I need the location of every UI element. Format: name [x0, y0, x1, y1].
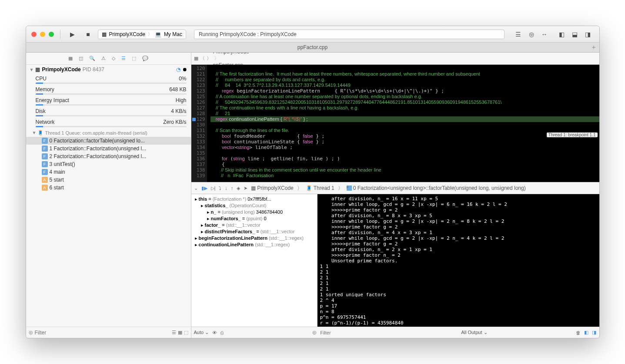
output-selector[interactable]: All Output ⌄ — [461, 330, 487, 335]
stack-frame[interactable]: F0 Factorization::factorTable(unsigned l… — [26, 137, 191, 145]
stack-frame[interactable]: F1 Factorization::Factorization(unsigned… — [26, 145, 191, 152]
step-over-button[interactable]: ⤵ — [219, 185, 221, 191]
metric-energy-impact[interactable]: Energy ImpactHigh — [26, 96, 191, 107]
issue-nav-icon[interactable]: ⚠ — [101, 56, 106, 61]
continue-button[interactable]: ▷| — [211, 185, 216, 191]
window-controls — [31, 32, 54, 37]
debug-navigator: ▦ ◫ 🔍 ⚠ ◇ ☰ ⬚ 💬 ▼▦ PrimpolyXCode PID 843… — [26, 53, 191, 338]
filter-opt3-icon[interactable]: ⬚ — [184, 330, 188, 335]
zoom-window-button[interactable] — [49, 32, 54, 37]
cpu-gauge-icon: ◔ — [176, 66, 180, 73]
metric-disk[interactable]: Disk4 KB/s — [26, 107, 191, 118]
step-out-button[interactable]: ↑ — [231, 185, 234, 191]
source-nav-icon[interactable]: ◫ — [79, 56, 83, 61]
var-row[interactable]: ▸ continuationLinePattern (std::__1::reg… — [191, 242, 317, 248]
back-button[interactable]: 〈 — [200, 55, 205, 62]
bottom-bar: Auto ⌄ 👁 ⎙ ◎ All Output ⌄ 🗑 ◧ ◨ — [191, 327, 599, 338]
thread-header[interactable]: ▼🧵 Thread 1 Queue: com.apple.main-thread… — [26, 129, 191, 137]
console-filter-input[interactable] — [320, 330, 372, 335]
titlebar: ▶ ■ ▦PrimpolyXCode〉💻My Mac Running Primp… — [26, 26, 599, 43]
auto-selector[interactable]: Auto ⌄ — [194, 330, 209, 335]
quicklook-icon[interactable]: 👁 — [212, 330, 217, 335]
show-vars-icon[interactable]: ◧ — [584, 330, 588, 335]
view-debug-button[interactable]: ◈ — [237, 185, 240, 191]
gutter[interactable]: 1201211221231231251261271281291301311321… — [191, 65, 207, 182]
filter-opt2-icon[interactable]: ▦ — [178, 330, 182, 335]
show-console-icon[interactable]: ◨ — [592, 330, 596, 335]
clear-console-icon[interactable]: 🗑 — [576, 330, 581, 335]
minimize-window-button[interactable] — [40, 32, 45, 37]
related-files-icon[interactable]: ▦ — [194, 56, 198, 61]
filter-scope-icon[interactable]: ◎ — [29, 330, 33, 335]
toggle-right-panel-icon[interactable]: ◨ — [582, 29, 594, 40]
filter-console-icon[interactable]: ◎ — [312, 330, 317, 335]
var-row[interactable]: ▸ n_ = (unsigned long) 3486784400 — [191, 209, 317, 215]
debug-bar: ⌄ ▮▶ ▷| ⤵ ↓ ↑ ◈ ➤ ▦PrimpolyXCode 〉 🧵Thre… — [191, 182, 599, 194]
forward-button[interactable]: 〉 — [207, 55, 211, 62]
var-row[interactable]: ▸ statistics_ (OperationCount) — [191, 202, 317, 209]
jump-bar[interactable]: ▦ 〈 〉 PrimpolyXCode〉PrimpolyXCode〉ppFact… — [191, 53, 599, 65]
tab-file[interactable]: ppFactor.cpp — [297, 44, 328, 50]
toggle-bottom-panel-icon[interactable]: ⬓ — [569, 29, 581, 40]
tab-bar: ppFactor.cpp ＋ — [26, 43, 599, 53]
print-icon[interactable]: ⎙ — [221, 330, 224, 335]
var-row[interactable]: ▸ distinctPrimeFactors_ = (std::__1::vec… — [191, 228, 317, 235]
metric-cpu[interactable]: CPU0% — [26, 74, 191, 85]
stack-frame[interactable]: A6 start — [26, 184, 191, 192]
metric-memory[interactable]: Memory648 KB — [26, 85, 191, 96]
stop-button[interactable]: ■ — [82, 29, 94, 40]
editor-version-icon[interactable]: ↔ — [538, 29, 551, 40]
filter-input[interactable] — [35, 330, 170, 336]
process-row[interactable]: ▼▦ PrimpolyXCode PID 8437 ◔ ⏺ — [26, 65, 191, 74]
xcode-window: ▶ ■ ▦PrimpolyXCode〉💻My Mac Running Primp… — [26, 26, 600, 338]
test-nav-icon[interactable]: ◇ — [112, 56, 115, 61]
close-window-button[interactable] — [31, 32, 37, 37]
find-nav-icon[interactable]: 🔍 — [89, 56, 95, 61]
breakpoints-button[interactable]: ▮▶ — [201, 185, 207, 191]
var-row[interactable]: ▸ beginFactorizationLinePattern (std::__… — [191, 235, 317, 242]
var-row[interactable]: ▸ factor_ = (std::__1::vector — [191, 222, 317, 228]
location-button[interactable]: ➤ — [244, 185, 247, 191]
stack-frame[interactable]: F3 unitTest() — [26, 160, 191, 168]
navigator-selector: ▦ ◫ 🔍 ⚠ ◇ ☰ ⬚ 💬 — [26, 53, 191, 65]
source-editor[interactable]: 1201211221231231251261271281291301311321… — [191, 65, 599, 182]
breadcrumb-item[interactable]: PrimpolyXCode — [213, 53, 285, 55]
editor-standard-icon[interactable]: ☰ — [512, 29, 525, 40]
variables-view[interactable]: ▸ this = (Factorization *) 0x7fff5fbf...… — [191, 194, 318, 327]
debug-nav-icon[interactable]: ☰ — [121, 56, 126, 61]
var-row[interactable]: ▸ this = (Factorization *) 0x7fff5fbf... — [191, 196, 317, 202]
breakpoint-indicator: Thread 1: breakpoint 1.1 — [547, 132, 598, 137]
var-row[interactable]: ▸ numFactors_ = (ppuint) 0 — [191, 215, 317, 222]
run-button[interactable]: ▶ — [67, 29, 79, 40]
new-tab-button[interactable]: ＋ — [591, 43, 597, 51]
toggle-left-panel-icon[interactable]: ◧ — [556, 29, 568, 40]
breakpoint-nav-icon[interactable]: ⬚ — [132, 56, 136, 61]
filter-opt1-icon[interactable]: ☰ — [172, 330, 176, 335]
record-icon[interactable]: ⏺ — [182, 66, 187, 73]
report-nav-icon[interactable]: 💬 — [142, 56, 148, 61]
step-into-button[interactable]: ↓ — [225, 185, 227, 191]
scheme-selector[interactable]: ▦PrimpolyXCode〉💻My Mac — [98, 30, 186, 39]
editor-assistant-icon[interactable]: ◎ — [525, 29, 538, 40]
code-area[interactable]: // The first factorization line. It must… — [207, 65, 599, 182]
console-output[interactable]: after division, n_ = 16 x = 11 xp = 5 in… — [318, 194, 599, 327]
stack-frame[interactable]: F4 main — [26, 168, 191, 176]
activity-status: Running PrimpolyXCode : PrimpolyXCode — [194, 30, 505, 39]
metric-network[interactable]: NetworkZero KB/s — [26, 118, 191, 129]
stack-frame[interactable]: F2 Factorization::Factorization(unsigned… — [26, 152, 191, 160]
project-nav-icon[interactable]: ▦ — [68, 56, 73, 61]
stack-frame[interactable]: A5 start — [26, 176, 191, 184]
toggle-debug-button[interactable]: ⌄ — [194, 185, 198, 191]
